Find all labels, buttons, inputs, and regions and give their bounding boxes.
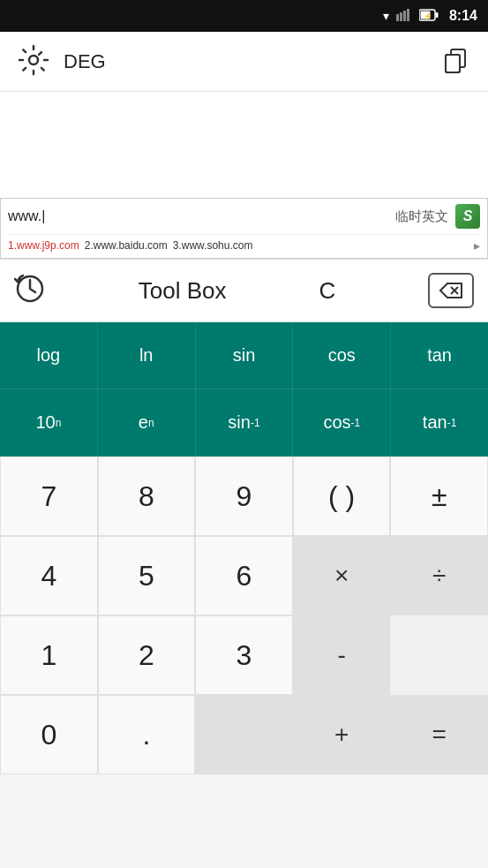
battery-icon: ⚡ [419,9,439,24]
wifi-icon: ▾ [383,9,389,23]
backspace-button[interactable] [428,273,474,308]
gear-icon[interactable] [18,44,49,79]
sci-row-2: 10n en sin-1 cos-1 tan-1 [0,389,488,457]
btn-9[interactable]: 9 [195,457,293,536]
btn-add[interactable]: + [293,695,391,774]
scientific-rows: log ln sin cos tan 10n en sin-1 cos-1 ta… [0,322,488,457]
en-button[interactable]: en [98,389,196,457]
svg-marker-13 [440,283,462,298]
btn-8[interactable]: 8 [98,457,196,536]
suggestion-2[interactable]: 2.www.baidu.com [85,239,168,252]
toolbar-left: DEG [18,44,106,79]
copy-icon[interactable] [442,46,470,78]
svg-rect-3 [407,9,409,21]
history-icon[interactable] [14,273,46,308]
status-bar: ▾ ⚡ 8:14 [0,0,488,32]
log-button[interactable]: log [0,322,98,389]
btn-2[interactable]: 2 [98,615,196,695]
btn-eq[interactable]: = [390,695,488,774]
btn-sub[interactable]: - [293,615,391,695]
btn-pm[interactable]: ± [390,457,488,536]
sin-inv-button[interactable]: sin-1 [196,389,294,457]
num-row-1: 7 8 9 ( ) ± [0,457,488,536]
btn-5[interactable]: 5 [98,536,196,615]
cos-button[interactable]: cos [293,322,391,389]
suggestion-1[interactable]: 1.www.j9p.com [8,239,79,252]
numpad: 7 8 9 ( ) ± 4 5 6 × ÷ 1 2 3 - 0.+= [0,457,488,774]
svg-rect-0 [396,14,399,21]
svg-rect-5 [435,12,438,18]
sin-button[interactable]: sin [196,322,294,389]
sci-row-1: log ln sin cos tan [0,322,488,389]
url-input[interactable]: www.| [8,208,381,224]
suggestion-3[interactable]: 3.www.sohu.com [173,239,253,252]
btn-3[interactable]: 3 [195,615,293,695]
num-row-2: 4 5 6 × ÷ [0,536,488,615]
btn-paren[interactable]: ( ) [293,457,391,536]
signal-icon [396,9,412,24]
10n-button[interactable]: 10n [0,389,98,457]
app-toolbar: DEG [0,32,488,92]
svg-text:⚡: ⚡ [424,11,432,20]
num-row-4: 0.+= [0,695,488,774]
url-bar: www.| 临时英文 S [8,204,480,235]
status-time: 8:14 [449,8,477,24]
num-row-3: 1 2 3 - [0,615,488,695]
url-area: www.| 临时英文 S 1.www.j9p.com 2.www.baidu.c… [0,198,488,259]
btn-4[interactable]: 4 [0,536,98,615]
svg-rect-2 [403,11,406,21]
tan-button[interactable]: tan [391,322,488,389]
btn-row4-empty [195,695,293,774]
btn-0[interactable]: 0 [0,695,98,774]
ln-button[interactable]: ln [98,322,196,389]
btn-div[interactable]: ÷ [390,536,488,615]
btn-6[interactable]: 6 [195,536,293,615]
suggestion-arrow[interactable]: ▸ [474,238,480,253]
deg-label: DEG [64,50,106,73]
tan-inv-button[interactable]: tan-1 [391,389,488,457]
btn-dot[interactable]: . [98,695,196,774]
svg-rect-1 [400,12,402,21]
svg-point-8 [29,56,38,64]
sohu-icon: S [455,204,480,229]
svg-rect-10 [446,55,460,72]
btn-1[interactable]: 1 [0,615,98,695]
btn-mul[interactable]: × [293,536,391,615]
calc-toolbar: Tool Box C [0,259,488,322]
display-area [0,92,488,198]
toolbox-label: Tool Box [139,277,227,305]
clear-button[interactable]: C [319,277,335,305]
btn-7[interactable]: 7 [0,457,98,536]
url-suggestions: 1.www.j9p.com 2.www.baidu.com 3.www.sohu… [8,235,480,253]
cos-inv-button[interactable]: cos-1 [293,389,391,457]
url-label: 临时英文 [395,208,448,225]
